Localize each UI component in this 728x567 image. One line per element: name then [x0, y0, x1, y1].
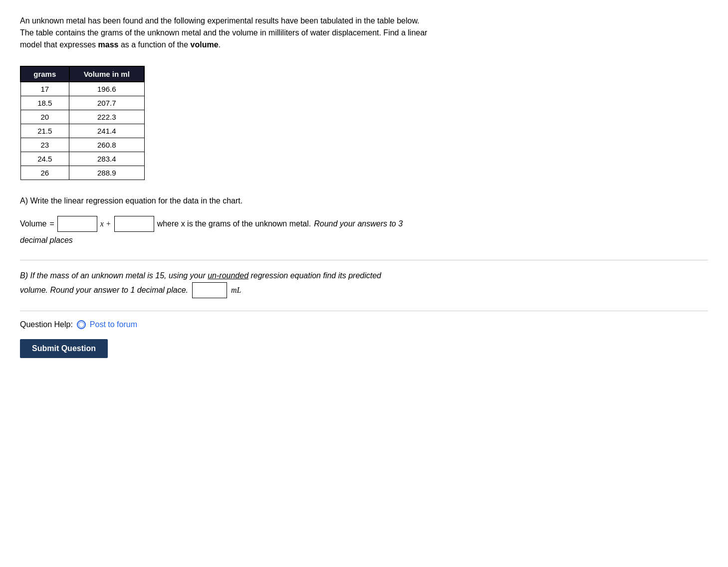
cell-volume: 288.9	[69, 166, 144, 180]
cell-volume: 283.4	[69, 152, 144, 166]
cell-grams: 20	[20, 110, 69, 124]
part-a-label: A) Write the linear regression equation …	[20, 195, 708, 207]
table-row: 26288.9	[20, 166, 144, 180]
coefficient-input[interactable]	[57, 216, 97, 232]
ml-label: mL	[231, 284, 241, 297]
middle-text: as a function of the	[118, 40, 190, 49]
decimal-places-text: decimal places	[20, 236, 708, 245]
bold-mass: mass	[98, 40, 119, 49]
predicted-volume-input[interactable]	[192, 282, 227, 298]
part-b-text2: regression equation find its predicted	[248, 271, 381, 280]
constant-input[interactable]	[114, 216, 154, 232]
cell-grams: 18.5	[20, 96, 69, 110]
cell-volume: 207.7	[69, 96, 144, 110]
round-text: Round your answers to 3	[314, 219, 403, 228]
cell-volume: 260.8	[69, 138, 144, 152]
cell-volume: 196.6	[69, 82, 144, 96]
cell-grams: 23	[20, 138, 69, 152]
table-row: 20222.3	[20, 110, 144, 124]
col-header-volume: Volume in ml	[69, 66, 144, 82]
equals-sign: =	[49, 219, 54, 228]
end-text: .	[219, 40, 221, 49]
data-table: grams Volume in ml 17196.618.5207.720222…	[20, 66, 145, 180]
data-table-container: grams Volume in ml 17196.618.5207.720222…	[20, 66, 708, 180]
problem-intro: An unknown metal has been found and the …	[20, 15, 429, 51]
x-symbol: x +	[100, 219, 111, 228]
cell-grams: 17	[20, 82, 69, 96]
table-row: 23260.8	[20, 138, 144, 152]
divider	[20, 260, 708, 260]
cell-grams: 26	[20, 166, 69, 180]
table-row: 17196.6	[20, 82, 144, 96]
table-row: 21.5241.4	[20, 124, 144, 138]
part-b-inline: volume. Round your answer to 1 decimal p…	[20, 282, 449, 298]
where-text: where x is the grams of the unknown meta…	[157, 219, 311, 228]
cell-grams: 21.5	[20, 124, 69, 138]
question-help-label: Question Help:	[20, 320, 73, 329]
part-b-text1: B) If the mass of an unknown metal is 15…	[20, 271, 208, 280]
col-header-grams: grams	[20, 66, 69, 82]
forum-message-icon: ◯	[77, 320, 86, 329]
post-to-forum-link[interactable]: Post to forum	[90, 320, 137, 329]
cell-volume: 241.4	[69, 124, 144, 138]
part-b-section: B) If the mass of an unknown metal is 15…	[20, 269, 449, 298]
equation-row: Volume = x + where x is the grams of the…	[20, 216, 708, 232]
volume-label: Volume	[20, 219, 46, 228]
divider-2	[20, 311, 708, 311]
underline-text: un-rounded	[208, 271, 248, 280]
cell-volume: 222.3	[69, 110, 144, 124]
submit-question-button[interactable]: Submit Question	[20, 339, 108, 358]
cell-grams: 24.5	[20, 152, 69, 166]
intro-text: An unknown metal has been found and the …	[20, 16, 427, 49]
question-help-row: Question Help: ◯ Post to forum	[20, 320, 708, 329]
part-b-text3: volume. Round your answer to 1 decimal p…	[20, 284, 188, 297]
bold-volume: volume	[191, 40, 219, 49]
table-row: 24.5283.4	[20, 152, 144, 166]
table-row: 18.5207.7	[20, 96, 144, 110]
